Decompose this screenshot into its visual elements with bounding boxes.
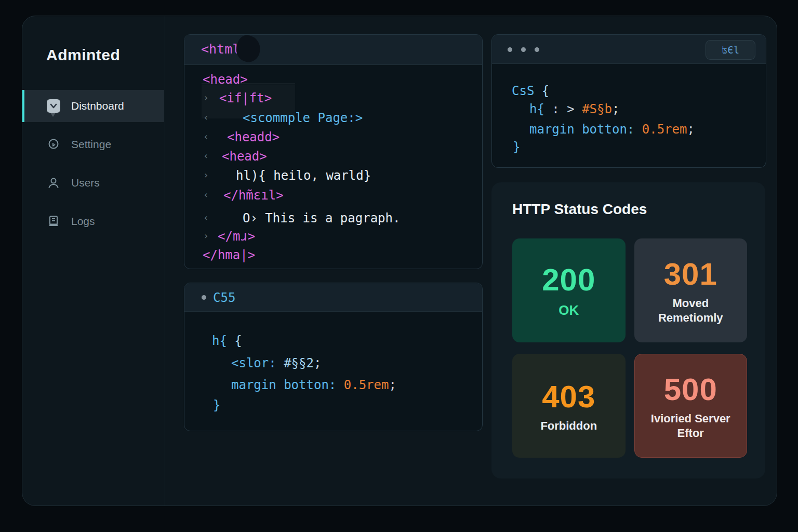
css-editor-header: C55 xyxy=(184,283,482,312)
snippet-header: ʦЄl xyxy=(492,35,766,64)
html-editor-header: <html_ xyxy=(184,35,482,65)
code-line: ›</mɹ> xyxy=(184,229,482,245)
sidebar-item-dashboard[interactable]: Distnboard xyxy=(22,90,164,122)
app-title: Adminted xyxy=(46,46,120,64)
fold-marker-icon: › xyxy=(203,169,209,180)
sidebar-item-label: Logs xyxy=(71,215,95,228)
sidebar-item-settings[interactable]: Settinge xyxy=(22,128,164,161)
status-code: 200 xyxy=(542,262,595,298)
sidebar-item-label: Settinge xyxy=(71,138,111,151)
cursor-blob xyxy=(233,34,263,65)
fold-marker-icon: ‹ xyxy=(203,212,209,223)
fold-marker-icon: › xyxy=(203,92,209,103)
code-line: ‹<headd> xyxy=(184,130,482,145)
sidebar-item-users[interactable]: Users xyxy=(22,167,164,199)
status-code: 403 xyxy=(542,379,595,415)
status-label: Ivioried Server Eftor xyxy=(640,411,742,440)
window-dots-icon[interactable] xyxy=(508,47,539,52)
fold-marker-icon: ‹ xyxy=(203,112,209,123)
code-line: ›hl){ heilo, warld} xyxy=(184,168,482,184)
fold-marker-icon: ‹ xyxy=(203,131,209,142)
code-line: } xyxy=(492,140,766,155)
status-code: 500 xyxy=(664,371,717,407)
html-code-area: <head>›<if|ft>‹<scommple Page:>‹<headd>‹… xyxy=(184,65,482,269)
code-line: ‹</hm̃εıl> xyxy=(184,188,482,204)
status-card-500: 500 Ivioried Server Eftor xyxy=(634,354,748,458)
code-line: CsS { xyxy=(492,84,766,99)
code-line: h{ { xyxy=(184,334,482,349)
css-editor-title: C55 xyxy=(213,290,235,305)
sidebar-item-label: Users xyxy=(71,177,100,189)
http-status-title: HTTP Status Codes xyxy=(512,201,647,218)
status-card-301: 301 Moved Remetiomly xyxy=(634,238,748,342)
fold-marker-icon: › xyxy=(203,230,209,241)
code-line: ‹<scommple Page:> xyxy=(184,111,482,126)
status-label: Forbiddon xyxy=(540,419,597,433)
status-label: Moved Remetiomly xyxy=(640,296,742,325)
settings-icon xyxy=(46,137,61,152)
sidebar-item-logs[interactable]: Logs xyxy=(22,205,164,237)
snippet-badge-button[interactable]: ʦЄl xyxy=(706,40,755,60)
status-card-200: 200 OK xyxy=(512,238,626,342)
code-line: h{ : > #S§b; xyxy=(492,102,766,117)
http-status-panel: HTTP Status Codes 200 OK 301 Moved Remet… xyxy=(491,182,765,478)
snippet-code-area: CsS {h{ : > #S§b;margin botton: 0.5rem;} xyxy=(492,64,766,167)
bullet-dot-icon xyxy=(202,295,206,300)
code-line: ›<if|ft> xyxy=(184,91,482,107)
code-line: ‹<head> xyxy=(184,149,482,165)
code-line: ‹O› This is a pagraph. xyxy=(184,211,482,227)
code-line: margin botton: 0.5rem; xyxy=(184,378,482,393)
code-line: margin botton: 0.5rem; xyxy=(492,122,766,138)
code-line: </hma|> xyxy=(184,248,482,263)
code-line: <slor: #§§2; xyxy=(184,356,482,371)
fold-marker-icon: ‹ xyxy=(203,189,209,200)
code-line: <head> xyxy=(184,72,482,88)
status-card-403: 403 Forbiddon xyxy=(512,354,626,458)
app-window: Adminted Distnboard Settinge Users L xyxy=(22,16,777,506)
status-code: 301 xyxy=(664,256,717,292)
status-label: OK xyxy=(558,302,579,319)
fold-marker-icon: ‹ xyxy=(203,150,209,161)
dashboard-icon xyxy=(46,99,61,113)
css-code-area: h{ {<slor: #§§2;margin botton: 0.5rem;} xyxy=(184,312,482,430)
status-cards-grid: 200 OK 301 Moved Remetiomly 403 Forbiddo… xyxy=(512,238,747,458)
users-icon xyxy=(46,176,61,190)
html-editor-panel: <html_ <head>›<if|ft>‹<scommple Page:>‹<… xyxy=(184,34,483,269)
logs-icon xyxy=(46,214,61,229)
code-line: } xyxy=(184,398,482,414)
snippet-panel: ʦЄl CsS {h{ : > #S§b;margin botton: 0.5r… xyxy=(491,34,766,168)
sidebar-item-label: Distnboard xyxy=(71,100,124,112)
css-editor-panel: C55 h{ {<slor: #§§2;margin botton: 0.5re… xyxy=(184,283,483,431)
sidebar: Adminted Distnboard Settinge Users L xyxy=(22,16,165,506)
